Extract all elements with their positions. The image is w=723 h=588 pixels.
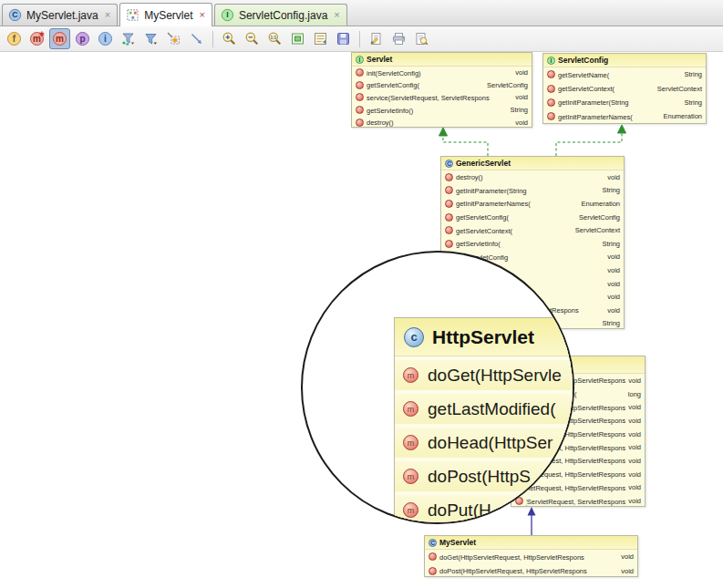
method-row[interactable]: getServletInfo()String: [352, 104, 532, 117]
method-icon: [356, 106, 364, 114]
method-row[interactable]: getInitParameter(StringString: [543, 96, 706, 109]
method-row[interactable]: init(ServletConfig)void: [352, 67, 532, 79]
toolbar-preview-diagram[interactable]: [411, 28, 432, 49]
method-row[interactable]: mdoHead(HttpSer: [395, 428, 574, 458]
return-type: ServletContext: [657, 85, 702, 93]
uml-class-myservlet[interactable]: C MyServlet doGet(HttpServletRequest, Ht…: [424, 535, 638, 577]
return-type: String: [602, 319, 620, 327]
method-row[interactable]: doGet(HttpServletRequest, HttpServletRes…: [425, 550, 637, 564]
close-icon[interactable]: ×: [334, 10, 339, 20]
class-icon: C: [429, 539, 437, 547]
method-row[interactable]: mdoGet(HttpServle: [395, 360, 574, 390]
toolbar-line-tool[interactable]: [186, 28, 207, 49]
return-type: void: [628, 457, 641, 465]
return-type: ServletConfig: [487, 81, 528, 89]
method-signature: getInitParameter(String: [558, 96, 681, 109]
toolbar-show-properties[interactable]: p: [72, 28, 93, 49]
class-title: GenericServlet: [456, 159, 511, 168]
method-row[interactable]: getServletInfo(String: [441, 237, 624, 251]
method-signature: doGet(HttpServle: [428, 366, 574, 386]
toolbar-show-inner-classes[interactable]: i: [95, 28, 116, 49]
diagram-toolbar: fm✱mpi✱1:1: [0, 26, 723, 52]
method-row[interactable]: getServletName(String: [543, 67, 706, 81]
method-icon: [547, 85, 555, 93]
tab-myservlet-diagram[interactable]: MyServlet ×: [119, 3, 212, 26]
method-icon: [356, 119, 364, 127]
method-signature: getServletInfo(: [456, 237, 599, 251]
method-icon: m: [403, 502, 418, 518]
toolbar-zoom-in[interactable]: [219, 28, 240, 49]
method-row[interactable]: getServletConfig(ServletConfig: [352, 79, 532, 92]
method-row[interactable]: destroy()void: [441, 170, 624, 184]
toolbar-print-diagram[interactable]: [388, 28, 409, 49]
method-icon: m: [403, 469, 418, 484]
return-type: Enumeration: [581, 200, 620, 208]
method-icon: [429, 552, 437, 561]
toolbar-save-diagram[interactable]: [333, 28, 354, 49]
svg-text:p: p: [79, 34, 85, 44]
method-row[interactable]: getInitParameterNames(Enumeration: [543, 109, 706, 123]
method-signature: destroy(): [456, 170, 604, 184]
uml-class-servlet[interactable]: I Servlet init(ServletConfig)voidgetServ…: [351, 52, 532, 128]
diagram-icon: [126, 8, 139, 22]
return-type: void: [628, 470, 641, 479]
close-icon[interactable]: ×: [105, 10, 110, 20]
toolbar-show-constructors[interactable]: m✱: [26, 28, 47, 49]
toolbar-visibility-filter[interactable]: [140, 28, 161, 49]
tab-servletconfig-java[interactable]: I ServletConfig.java ×: [214, 4, 347, 26]
class-header: I Servlet: [352, 53, 532, 67]
tab-myservlet-java[interactable]: C MyServlet.java ×: [2, 4, 118, 26]
uml-class-servletconfig[interactable]: I ServletConfig getServletName(Stringget…: [542, 53, 707, 124]
return-type: long: [628, 390, 641, 398]
class-title: Servlet: [367, 55, 392, 64]
return-type: String: [510, 106, 528, 114]
method-list: init(ServletConfig)voidgetServletConfig(…: [352, 67, 532, 129]
method-signature: service(ServletRequest, ServletRespons: [367, 91, 512, 104]
toolbar-actual-size[interactable]: 1:1: [264, 28, 285, 49]
return-type: void: [628, 430, 641, 438]
toolbar-show-methods[interactable]: m: [49, 28, 70, 49]
method-row[interactable]: getServletContext(ServletContext: [543, 81, 706, 95]
method-icon: [445, 240, 453, 248]
method-row[interactable]: doPost(HttpServletRequest, HttpServletRe…: [425, 564, 637, 579]
toolbar-export-diagram[interactable]: [366, 28, 387, 49]
uml-diagram-canvas[interactable]: I Servlet init(ServletConfig)voidgetServ…: [0, 52, 723, 588]
method-row[interactable]: getServletConfig(ServletConfig: [441, 211, 624, 224]
method-icon: m: [403, 401, 418, 417]
return-type: void: [628, 403, 641, 411]
return-type: void: [621, 567, 634, 575]
return-type: void: [515, 93, 528, 101]
magnifier-lens[interactable]: c HttpServlet mdoGet(HttpServlemgetLastM…: [301, 251, 574, 524]
toolbar-apply-layout[interactable]: [310, 28, 331, 49]
ide-window: C MyServlet.java × MyServlet × I Servlet…: [0, 0, 723, 588]
toolbar-dependencies-filter[interactable]: [118, 28, 139, 49]
method-row[interactable]: getServletContext(ServletContext: [441, 223, 624, 237]
return-type: void: [607, 173, 620, 181]
close-icon[interactable]: ×: [199, 10, 204, 20]
method-signature: getServletConfig(: [367, 79, 484, 92]
method-row[interactable]: mgetLastModified(: [395, 394, 574, 424]
method-icon: [429, 567, 437, 575]
method-icon: [547, 112, 555, 120]
method-row[interactable]: service(ServletRequest, ServletResponsvo…: [352, 91, 532, 104]
extends-edge-myservlet-httpservlet: [528, 507, 536, 535]
tab-label: MyServlet: [144, 9, 192, 22]
return-type: ServletContext: [575, 226, 620, 234]
method-row[interactable]: getInitParameterNames(Enumeration: [441, 197, 624, 211]
toolbar-zoom-out[interactable]: [242, 28, 263, 49]
class-header: C MyServlet: [425, 536, 637, 550]
svg-text:✱: ✱: [38, 31, 44, 38]
return-type: void: [621, 552, 634, 561]
method-row[interactable]: getInitParameter(StringString: [441, 184, 624, 198]
toolbar-select-region[interactable]: ✱: [163, 28, 184, 49]
svg-text:C: C: [12, 10, 18, 19]
return-type: void: [607, 253, 620, 261]
method-row[interactable]: service(ServletRequest, ServletResponsvo…: [511, 494, 645, 508]
svg-text:i: i: [104, 34, 107, 44]
method-signature: doGet(HttpServletRequest, HttpServletRes…: [439, 550, 618, 564]
method-signature: doPost(HttpServletRequest, HttpServletRe…: [439, 564, 618, 579]
method-icon: [547, 70, 555, 78]
method-row[interactable]: destroy()void: [352, 116, 532, 129]
toolbar-fit-content[interactable]: [287, 28, 308, 49]
toolbar-show-fields[interactable]: f: [4, 28, 25, 49]
